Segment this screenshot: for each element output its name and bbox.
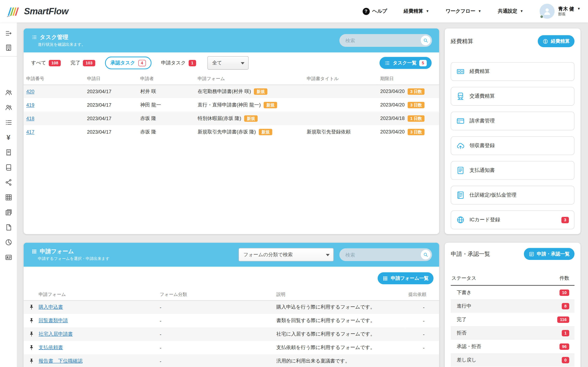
filter-all[interactable]: すべて 108 <box>31 59 61 66</box>
share-icon[interactable] <box>0 175 17 190</box>
user-name: 青木 健 <box>558 6 574 12</box>
globe-icon <box>457 216 465 224</box>
report-icon[interactable] <box>0 235 17 250</box>
form-table: 申請フォーム フォーム分類 説明 提出依頼 購入申込書 - 購入申込を行う際に利… <box>24 289 439 367</box>
task-id-link[interactable]: 419 <box>26 102 34 108</box>
table-row: 支払依頼書 - 支払依頼を行う際に利用するフォームです。 - <box>24 341 439 354</box>
ledger-icon[interactable] <box>0 160 17 175</box>
members-icon[interactable] <box>0 85 17 100</box>
status-row-draft[interactable]: 下書き 10 <box>451 286 574 299</box>
tasks-icon[interactable] <box>0 115 17 130</box>
new-badge: 新規 <box>254 89 268 95</box>
expense-panel: 経費精算 経費精算 経費精算 交通費精算 請求書管理 領収書登録 <box>445 28 581 234</box>
expense-item-shiharai-tsuchisho[interactable]: 支払通知書 <box>451 161 574 180</box>
col-header: 申請番号 <box>24 73 84 85</box>
receipt-icon[interactable] <box>0 145 17 160</box>
count-badge: 10 <box>559 289 569 296</box>
status-table: ステータス 件数 下書き 10 進行中 8 完了 116 拒否 1 承認・拒否 … <box>451 275 574 367</box>
pin-icon[interactable] <box>28 317 34 324</box>
id-card-icon[interactable] <box>0 250 17 265</box>
new-badge: 新規 <box>244 116 258 122</box>
payment-notice-icon <box>457 166 465 175</box>
status-row-approved-rejected[interactable]: 承認・拒否 96 <box>451 340 574 353</box>
task-id-link[interactable]: 420 <box>26 89 34 94</box>
menu-common-settings[interactable]: 共通設定 ▼ <box>498 8 523 15</box>
task-status-select[interactable]: 全て <box>207 56 249 70</box>
task-search-input[interactable] <box>339 34 432 47</box>
app-logo[interactable]: SmartFlow <box>6 5 68 17</box>
form-list-button[interactable]: 申請フォーム一覧 <box>378 272 433 284</box>
form-category-select[interactable]: フォームの分類で検索 <box>239 248 334 261</box>
help-button[interactable]: ? ヘルプ <box>363 8 387 15</box>
col-header: 申請フォーム <box>195 73 304 85</box>
form-link[interactable]: 報告書 下位職確認 <box>39 358 82 364</box>
col-header: 期限日 <box>378 73 439 85</box>
status-row-returned[interactable]: 差し戻し 0 <box>451 353 574 367</box>
col-header: 申請フォーム <box>36 289 157 300</box>
expand-menu-icon[interactable] <box>0 26 17 41</box>
col-header: 申請書タイトル <box>304 73 378 85</box>
groups-icon[interactable] <box>0 100 17 115</box>
expense-item-kotsuhi[interactable]: 交通費精算 <box>451 87 574 106</box>
due-badge: 3 日数 <box>408 88 425 95</box>
form-search-button[interactable] <box>421 250 431 260</box>
approval-list-button[interactable]: 申請・承認一覧 <box>524 248 574 260</box>
table-icon[interactable] <box>0 190 17 205</box>
due-badge: 3 日数 <box>408 129 425 135</box>
status-row-completed[interactable]: 完了 116 <box>451 313 574 326</box>
status-row-rejected[interactable]: 拒否 1 <box>451 326 574 340</box>
task-id-link[interactable]: 417 <box>26 129 34 134</box>
person-icon <box>542 6 552 16</box>
form-link[interactable]: 社宅入居申請書 <box>39 331 73 337</box>
form-panel-title: 申請フォーム <box>40 248 74 255</box>
form-link[interactable]: 購入申込書 <box>39 304 63 310</box>
expense-item-shiwake[interactable]: 仕訳確定/仮払金管理 <box>451 186 574 205</box>
company-icon[interactable] <box>0 41 17 55</box>
grid-icon <box>383 275 388 281</box>
count-badge: 116 <box>557 316 569 323</box>
expense-item-ic-card[interactable]: ICカード登録 3 <box>451 210 574 229</box>
expense-item-ryoshusho[interactable]: 領収書登録 <box>451 136 574 155</box>
user-menu[interactable]: 青木 健 ▼ 部長 <box>540 4 580 19</box>
table-row: 419 2023/04/17 神田 龍一 直行・直帰申請書(神田 龍一)新規 2… <box>24 98 439 112</box>
filter-done[interactable]: 完了 103 <box>71 59 95 66</box>
expense-item-seikyusho[interactable]: 請求書管理 <box>451 112 574 130</box>
task-filter-bar: すべて 108 完了 103 承認タスク 4 申請タスク 1 全て タスク一覧 … <box>24 52 439 74</box>
col-header: 件数 <box>560 275 569 282</box>
news-icon[interactable] <box>0 205 17 220</box>
filter-request-tasks[interactable]: 申請タスク 1 <box>161 59 196 66</box>
approval-panel: 申請・承認一覧 申請・承認一覧 ステータス 件数 下書き 10 進行中 8 完了… <box>445 243 581 367</box>
task-panel-title: タスク管理 <box>40 34 68 41</box>
pin-icon[interactable] <box>28 331 34 337</box>
task-search-button[interactable] <box>421 35 431 45</box>
table-row: 417 2023/04/17 赤坂 隆 新規取引先申請書(赤坂 隆)新規 新規取… <box>24 125 439 139</box>
count-badge: 5 <box>419 60 427 66</box>
logo-text: SmartFlow <box>24 6 68 16</box>
filter-approval-tasks[interactable]: 承認タスク 4 <box>105 57 151 69</box>
invoice-icon <box>457 117 465 125</box>
status-row-in-progress[interactable]: 進行中 8 <box>451 299 574 313</box>
expense-panel-title: 経費精算 <box>451 38 473 45</box>
table-row: 報告書 下位職確認 - 汎用的に利用出来る稟議書です。 <box>24 354 439 367</box>
pin-icon[interactable] <box>28 344 34 350</box>
menu-workflow[interactable]: ワークフロー ▼ <box>446 8 481 15</box>
document-icon[interactable] <box>0 220 17 235</box>
expense-item-keihi[interactable]: 経費精算 <box>451 62 574 81</box>
user-role: 部長 <box>558 12 580 17</box>
count-badge: 103 <box>83 60 95 66</box>
task-list-button[interactable]: タスク一覧 5 <box>380 57 432 69</box>
train-icon <box>457 92 465 100</box>
pin-icon[interactable] <box>28 358 34 364</box>
menu-expense[interactable]: 経費精算 ▼ <box>404 8 429 15</box>
expense-button[interactable]: 経費精算 <box>538 35 574 47</box>
task-id-link[interactable]: 418 <box>26 116 34 121</box>
yen-icon[interactable]: ¥ <box>0 130 17 145</box>
table-row: 購入申込書 - 購入申込を行う際に利用するフォームです。 - <box>24 300 439 314</box>
form-search-input[interactable] <box>339 248 432 261</box>
pin-icon[interactable] <box>28 304 34 310</box>
form-link[interactable]: 回覧書類申請 <box>39 317 68 323</box>
col-header: 説明 <box>274 289 406 300</box>
table-row: 420 2023/04/17 村井 咲 在宅勤務申請書(村井 咲)新規 2023… <box>24 85 439 98</box>
list-icon <box>32 34 37 40</box>
form-link[interactable]: 支払依頼書 <box>39 344 63 350</box>
